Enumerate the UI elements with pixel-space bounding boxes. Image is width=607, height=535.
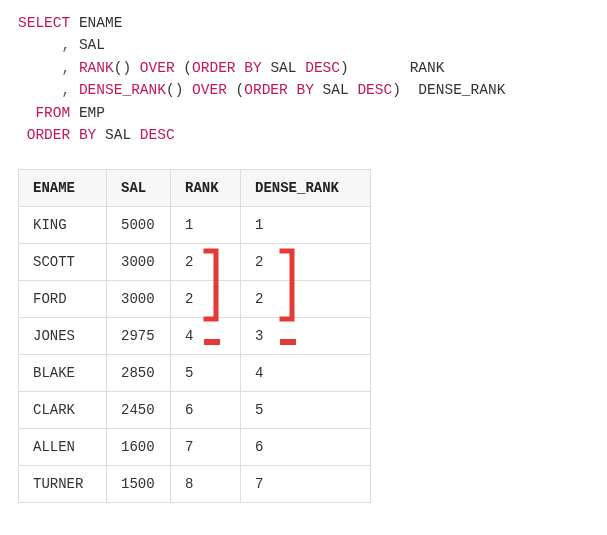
th-rank: RANK (171, 169, 241, 206)
kw-order-3: ORDER (27, 127, 71, 143)
table-row: FORD300022 (19, 280, 371, 317)
cell-sal: 3000 (107, 243, 171, 280)
cell-rank: 7 (171, 428, 241, 465)
kw-desc-2: DESC (357, 82, 392, 98)
kw-by-1: BY (244, 60, 261, 76)
cell-ename: SCOTT (19, 243, 107, 280)
cell-sal: 5000 (107, 206, 171, 243)
cell-ename: KING (19, 206, 107, 243)
col-sal: SAL (79, 37, 105, 53)
sql-code-block: SELECT ENAME , SAL , RANK() OVER (ORDER … (18, 12, 589, 147)
table-row: BLAKE285054 (19, 354, 371, 391)
kw-select: SELECT (18, 15, 70, 31)
cell-sal: 1500 (107, 465, 171, 502)
table-row: ALLEN160076 (19, 428, 371, 465)
table-name: EMP (79, 105, 105, 121)
kw-order-1: ORDER (192, 60, 236, 76)
cell-dense_rank: 1 (241, 206, 371, 243)
alias-rank: RANK (410, 60, 445, 76)
cell-sal: 3000 (107, 280, 171, 317)
alias-dense-rank: DENSE_RANK (418, 82, 505, 98)
fn-dense-rank: DENSE_RANK (79, 82, 166, 98)
cell-rank: 2 (171, 280, 241, 317)
cell-sal: 2850 (107, 354, 171, 391)
cell-dense_rank: 5 (241, 391, 371, 428)
kw-desc-3: DESC (140, 127, 175, 143)
col-ename: ENAME (79, 15, 123, 31)
result-table-wrap: ENAME SAL RANK DENSE_RANK KING500011SCOT… (18, 169, 371, 503)
cell-ename: BLAKE (19, 354, 107, 391)
cell-rank: 2 (171, 243, 241, 280)
cell-rank: 1 (171, 206, 241, 243)
cell-ename: ALLEN (19, 428, 107, 465)
kw-order-2: ORDER (244, 82, 288, 98)
cell-rank: 4 (171, 317, 241, 354)
table-row: SCOTT300022 (19, 243, 371, 280)
cell-ename: FORD (19, 280, 107, 317)
table-row: CLARK245065 (19, 391, 371, 428)
cell-dense_rank: 3 (241, 317, 371, 354)
kw-from: FROM (35, 105, 70, 121)
table-header-row: ENAME SAL RANK DENSE_RANK (19, 169, 371, 206)
th-sal: SAL (107, 169, 171, 206)
cell-ename: JONES (19, 317, 107, 354)
cell-rank: 6 (171, 391, 241, 428)
kw-over-2: OVER (192, 82, 227, 98)
cell-dense_rank: 2 (241, 280, 371, 317)
cell-dense_rank: 4 (241, 354, 371, 391)
cell-rank: 8 (171, 465, 241, 502)
cell-sal: 1600 (107, 428, 171, 465)
cell-sal: 2975 (107, 317, 171, 354)
cell-dense_rank: 6 (241, 428, 371, 465)
table-row: TURNER150087 (19, 465, 371, 502)
th-ename: ENAME (19, 169, 107, 206)
fn-rank: RANK (79, 60, 114, 76)
cell-ename: TURNER (19, 465, 107, 502)
cell-dense_rank: 7 (241, 465, 371, 502)
cell-rank: 5 (171, 354, 241, 391)
cell-sal: 2450 (107, 391, 171, 428)
kw-by-2: BY (296, 82, 313, 98)
cell-ename: CLARK (19, 391, 107, 428)
table-row: JONES297543 (19, 317, 371, 354)
kw-over-1: OVER (140, 60, 175, 76)
table-row: KING500011 (19, 206, 371, 243)
kw-desc-1: DESC (305, 60, 340, 76)
result-table: ENAME SAL RANK DENSE_RANK KING500011SCOT… (18, 169, 371, 503)
cell-dense_rank: 2 (241, 243, 371, 280)
kw-by-3: BY (79, 127, 96, 143)
th-dense-rank: DENSE_RANK (241, 169, 371, 206)
